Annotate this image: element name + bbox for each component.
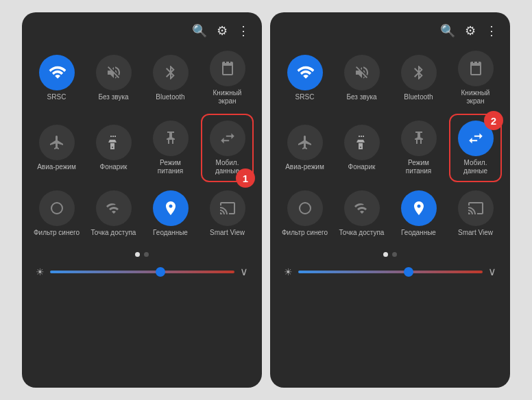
airplane-icon-2 xyxy=(287,125,323,160)
brightness-thumb-1 xyxy=(156,267,165,277)
step-badge-1: 1 xyxy=(236,168,255,188)
hotspot-icon-2 xyxy=(344,190,380,226)
tile-power-2[interactable]: Режим питания xyxy=(392,114,445,182)
tile-row-3: Фильтр синего Точка доступа xyxy=(27,185,256,242)
brightness-thumb-2 xyxy=(404,267,413,277)
filter-icon-2 xyxy=(287,190,323,226)
flashlight-icon-1 xyxy=(96,125,132,160)
tile-geo-2[interactable]: Геоданные xyxy=(392,185,445,242)
brightness-track-2[interactable] xyxy=(298,271,483,273)
dot-active-2 xyxy=(383,252,388,257)
dot-inactive-1 xyxy=(144,252,149,257)
power-icon-2 xyxy=(401,121,437,156)
hotspot-icon-1 xyxy=(96,190,132,226)
tile-smartview-2[interactable]: Smart View xyxy=(449,185,502,242)
tile-book-1[interactable]: Книжный экран xyxy=(201,45,254,111)
wifi-icon xyxy=(39,55,75,90)
filter-icon-1 xyxy=(39,190,75,226)
bluetooth-icon-2 xyxy=(401,55,437,90)
tile-srsc-2[interactable]: SRSC xyxy=(278,45,331,111)
tile-hotspot-label-1: Точка доступа xyxy=(91,229,136,237)
tile-hotspot-label-2: Точка доступа xyxy=(339,229,385,237)
geo-icon-1 xyxy=(153,190,189,226)
search-icon-2[interactable]: 🔍 xyxy=(440,23,455,38)
power-icon-1 xyxy=(153,121,189,156)
tile-row-2: Авиа-режим Фонарик xyxy=(27,114,256,182)
tile-silent-2[interactable]: Без звука xyxy=(335,45,388,111)
settings-icon-2[interactable]: ⚙ xyxy=(465,23,476,38)
tile-flashlight-label-2: Фонарик xyxy=(348,163,376,171)
mute-icon xyxy=(96,55,132,90)
tile-row-1: SRSC Без звука Blu xyxy=(27,45,256,111)
tile-flashlight-1[interactable]: Фонарик xyxy=(87,114,140,182)
tile-book-label-1: Книжный экран xyxy=(204,89,251,105)
tile-airplane-1[interactable]: Авиа-режим xyxy=(30,114,83,182)
tile-row-2-3: Фильтр синего Точка доступа xyxy=(276,185,505,242)
step-badge-2: 2 xyxy=(484,111,503,130)
chevron-down-icon-2[interactable]: ∨ xyxy=(488,265,496,278)
panel-before: 🔍 ⚙ ⋮ SRSC xyxy=(22,12,262,388)
tile-smartview-label-1: Smart View xyxy=(210,229,245,237)
page-dots-1 xyxy=(27,245,256,262)
brightness-low-icon-2: ☀ xyxy=(284,266,293,277)
tile-flashlight-2[interactable]: Фонарик xyxy=(335,114,388,182)
data-icon-1 xyxy=(210,121,245,156)
brightness-row-1: ☀ ∨ xyxy=(27,262,256,284)
tile-smartview-1[interactable]: Smart View xyxy=(201,185,254,242)
tile-silent-label-2: Без звука xyxy=(346,93,376,101)
panel-after: 🔍 ⚙ ⋮ SRSC xyxy=(270,12,510,388)
tile-flashlight-label-1: Фонарик xyxy=(100,163,128,171)
panel-content-1: 🔍 ⚙ ⋮ SRSC xyxy=(22,12,262,388)
bluetooth-icon-1 xyxy=(153,55,189,90)
chevron-down-icon-1[interactable]: ∨ xyxy=(240,265,248,278)
dot-active-1 xyxy=(135,252,140,257)
tile-power-label-1: Режим питания xyxy=(147,159,194,175)
wifi-icon-2 xyxy=(287,55,323,90)
tile-hotspot-1[interactable]: Точка доступа xyxy=(87,185,140,242)
tile-geo-1[interactable]: Геоданные xyxy=(144,185,197,242)
settings-icon[interactable]: ⚙ xyxy=(217,23,228,38)
tile-geo-label-1: Геоданные xyxy=(153,229,188,237)
smartview-icon-2 xyxy=(458,190,494,226)
tile-filter-1[interactable]: Фильтр синего xyxy=(30,185,83,242)
tile-bluetooth-label-2: Bluetooth xyxy=(404,93,433,101)
mute-icon-2 xyxy=(344,55,380,90)
flashlight-icon-2 xyxy=(344,125,380,160)
tile-silent[interactable]: Без звука xyxy=(87,45,140,111)
tile-airplane-2[interactable]: Авиа-режим xyxy=(278,114,331,182)
top-bar-1: 🔍 ⚙ ⋮ xyxy=(27,19,256,45)
tile-power-label-2: Режим питания xyxy=(395,159,442,175)
tile-geo-label-2: Геоданные xyxy=(401,229,436,237)
tile-srsc[interactable]: SRSC xyxy=(30,45,83,111)
tile-airplane-label-2: Авиа-режим xyxy=(285,163,324,171)
search-icon[interactable]: 🔍 xyxy=(192,23,207,38)
tile-data-label-2: Мобил. данные xyxy=(453,159,498,175)
smartview-icon-1 xyxy=(210,190,245,226)
tile-row-2-2: Авиа-режим Фонарик xyxy=(276,114,505,182)
tile-bluetooth-label-1: Bluetooth xyxy=(156,93,184,101)
tile-srsc-label-2: SRSC xyxy=(295,93,315,101)
tile-book-label-2: Книжный экран xyxy=(452,89,499,105)
tile-data-1[interactable]: Мобил. данные 1 xyxy=(201,114,254,182)
tile-book-2[interactable]: Книжный экран xyxy=(449,45,502,111)
tile-smartview-label-2: Smart View xyxy=(458,229,493,237)
more-icon[interactable]: ⋮ xyxy=(237,23,250,38)
brightness-low-icon-1: ☀ xyxy=(36,266,45,277)
tile-filter-2[interactable]: Фильтр синего xyxy=(278,185,331,242)
more-icon-2[interactable]: ⋮ xyxy=(485,23,498,38)
tile-airplane-label-1: Авиа-режим xyxy=(37,163,76,171)
tile-bluetooth-2[interactable]: Bluetooth xyxy=(392,45,445,111)
brightness-row-2: ☀ ∨ xyxy=(276,262,505,284)
tile-bluetooth-1[interactable]: Bluetooth xyxy=(144,45,197,111)
brightness-track-1[interactable] xyxy=(50,271,234,273)
geo-icon-2 xyxy=(401,190,437,226)
tile-filter-label-1: Фильтр синего xyxy=(34,229,80,237)
tile-row-2-1: SRSC Без звука Blu xyxy=(276,45,505,111)
book-icon-1 xyxy=(210,51,245,86)
tile-power-1[interactable]: Режим питания xyxy=(144,114,197,182)
dot-inactive-2 xyxy=(392,252,397,257)
tile-data-2[interactable]: Мобил. данные 2 xyxy=(449,114,502,182)
tile-hotspot-2[interactable]: Точка доступа xyxy=(335,185,388,242)
panel-content-2: 🔍 ⚙ ⋮ SRSC xyxy=(270,12,510,388)
tile-silent-label: Без звука xyxy=(98,93,128,101)
